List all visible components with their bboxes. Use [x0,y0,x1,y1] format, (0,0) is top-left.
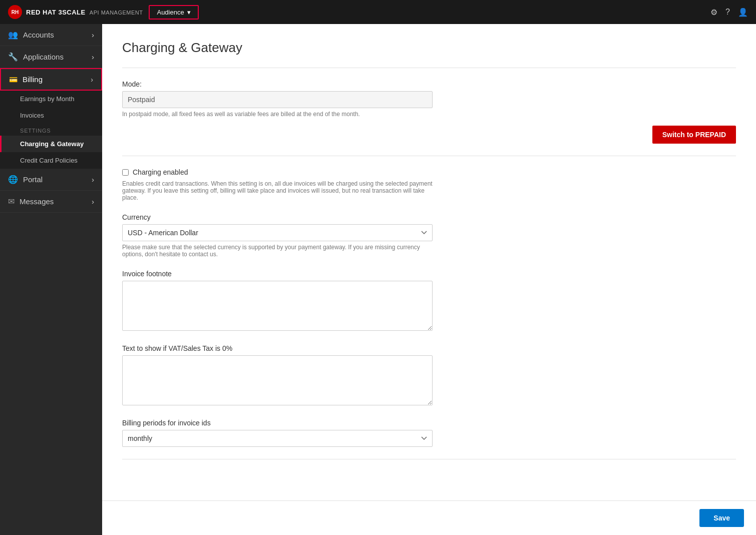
mode-input [122,91,433,108]
billing-subnav: Earnings by Month Invoices Settings Char… [0,91,102,169]
invoice-footnote-section: Invoice footnote [122,270,736,332]
invoice-footnote-label: Invoice footnote [122,270,736,278]
messages-chevron: › [92,197,94,206]
page-title: Charging & Gateway [122,40,736,56]
sidebar-item-billing[interactable]: 💳 Billing › [0,68,102,91]
charging-section: Charging enabled Enables credit card tra… [122,168,736,201]
gear-icon[interactable]: ⚙ [710,8,717,17]
save-btn-container: Save [102,500,756,535]
charging-enabled-label[interactable]: Charging enabled [133,168,188,176]
brand-logo: RH RED HAT 3SCALE API MANAGEMENT [8,5,143,19]
billing-periods-section: Billing periods for invoice ids monthly … [122,419,736,447]
messages-icon: ✉ [8,197,15,206]
audience-button[interactable]: Audience ▾ [149,5,198,20]
sidebar-portal-label: Portal [23,175,43,184]
sidebar-accounts-label: Accounts [23,31,54,39]
layout: 👥 Accounts › 🔧 Applications › 💳 Billing … [0,24,756,535]
currency-section: Currency USD - American Dollar EUR - Eur… [122,213,736,258]
portal-icon: 🌐 [8,175,18,184]
billing-settings-label: Settings [0,124,102,136]
sidebar-item-charging[interactable]: Charging & Gateway [0,136,102,152]
bottom-divider [122,459,736,459]
sidebar-item-credit-card[interactable]: Credit Card Policies [0,152,102,169]
sidebar-item-accounts[interactable]: 👥 Accounts › [0,24,102,46]
brand-sub: API MANAGEMENT [90,10,143,16]
brand-name: RED HAT 3SCALE API MANAGEMENT [26,9,143,16]
sidebar-item-invoices[interactable]: Invoices [0,107,102,124]
mode-hint: In postpaid mode, all fixed fees as well… [122,111,736,118]
accounts-icon: 👥 [8,30,18,40]
accounts-chevron: › [92,31,94,39]
mode-label: Mode: [122,80,736,88]
user-icon[interactable]: 👤 [738,8,748,17]
sidebar-item-earnings[interactable]: Earnings by Month [0,91,102,107]
vat-label: Text to show if VAT/Sales Tax is 0% [122,344,736,352]
mode-divider [122,156,736,156]
billing-chevron: › [91,76,93,84]
currency-select[interactable]: USD - American Dollar EUR - Euro GBP - B… [122,224,433,241]
switch-to-prepaid-button[interactable]: Switch to PREPAID [652,126,736,144]
sidebar-item-applications[interactable]: 🔧 Applications › [0,46,102,68]
applications-icon: 🔧 [8,52,18,62]
billing-icon: 💳 [9,76,18,84]
vat-textarea[interactable] [122,355,433,405]
billing-periods-label: Billing periods for invoice ids [122,419,736,427]
topnav-left: RH RED HAT 3SCALE API MANAGEMENT Audienc… [8,5,199,20]
topnav-right: ⚙ ? 👤 [710,8,748,17]
sidebar-applications-label: Applications [23,53,64,61]
invoice-footnote-textarea[interactable] [122,281,433,331]
vat-section: Text to show if VAT/Sales Tax is 0% [122,344,736,407]
main-content: Charging & Gateway Mode: In postpaid mod… [102,24,756,535]
logo-icon: RH [8,5,22,19]
save-button[interactable]: Save [699,509,744,527]
topnav: RH RED HAT 3SCALE API MANAGEMENT Audienc… [0,0,756,24]
sidebar-messages-label: Messages [20,197,54,206]
sidebar-billing: 💳 Billing › Earnings by Month Invoices S… [0,68,102,169]
charging-enabled-checkbox[interactable] [122,169,129,176]
mode-section: Mode: In postpaid mode, all fixed fees a… [122,80,736,144]
portal-chevron: › [92,175,94,184]
sidebar-item-portal[interactable]: 🌐 Portal › [0,169,102,191]
charging-description: Enables credit card transactions. When t… [122,180,433,201]
top-divider [122,68,736,68]
currency-label: Currency [122,213,736,221]
sidebar: 👥 Accounts › 🔧 Applications › 💳 Billing … [0,24,102,535]
applications-chevron: › [92,53,94,61]
charging-checkbox-row: Charging enabled [122,168,736,176]
sidebar-item-messages[interactable]: ✉ Messages › [0,191,102,213]
help-icon[interactable]: ? [725,8,730,17]
currency-hint: Please make sure that the selected curre… [122,244,433,258]
billing-periods-select[interactable]: monthly yearly [122,430,433,447]
sidebar-billing-label: Billing [23,75,43,84]
